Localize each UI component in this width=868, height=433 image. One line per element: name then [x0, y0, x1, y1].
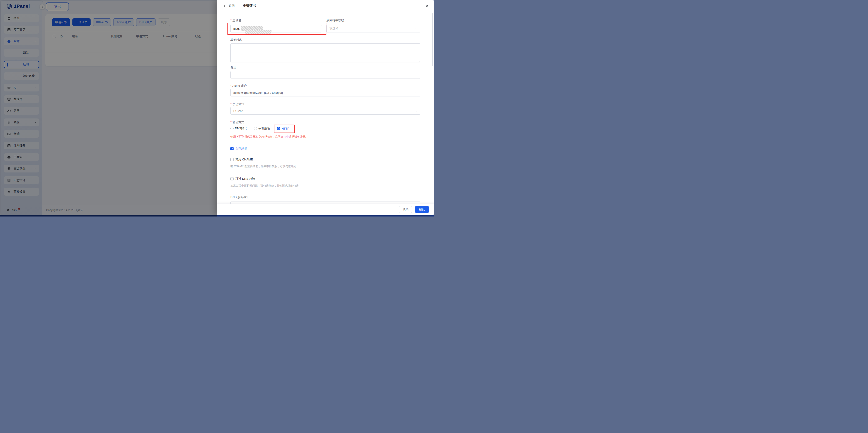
close-icon [425, 4, 429, 8]
drawer-footer: 取消 确认 [217, 204, 434, 215]
other-domains-textarea[interactable] [230, 43, 421, 62]
checkbox [230, 147, 234, 150]
radio-circle [277, 127, 280, 130]
from-website-select[interactable]: 请选择 [327, 25, 421, 32]
from-website-label: 从网站中获取 [327, 19, 344, 22]
http-mode-warning: 使用 HTTP 模式需安装 OpenResty，且不支持申请泛域名证书。 [230, 135, 421, 138]
other-domains-label: 其他域名 [230, 38, 421, 42]
drawer-body: 主域名 从网站中获取 blog.l 请选择 [217, 12, 434, 204]
confirm-button[interactable]: 确认 [415, 206, 429, 213]
drawer-title: 申请证书 [243, 4, 256, 8]
drawer-header: 返回 申请证书 [217, 0, 434, 12]
close-button[interactable] [425, 4, 429, 8]
dns-server-1-label: DNS 服务器1 [230, 195, 421, 199]
drawer-scrollbar[interactable] [432, 13, 433, 66]
acme-account-label: Acme 账户 [230, 84, 421, 88]
radio-dns-account[interactable]: DNS账号 [230, 126, 247, 130]
radio-circle [254, 127, 257, 130]
apply-certificate-drawer: 返回 申请证书 主域名 从网站中获取 blog.l [217, 0, 434, 215]
primary-domain-input[interactable]: blog.l [230, 25, 322, 32]
chevron-down-icon [415, 110, 418, 112]
checkbox [230, 158, 234, 161]
radio-circle [230, 127, 234, 130]
check-icon [231, 148, 233, 150]
back-button[interactable]: 返回 [224, 4, 235, 8]
verify-mode-label: 验证方式 [230, 120, 421, 124]
chevron-down-icon [415, 27, 418, 30]
disable-cname-hint: 有 CNAME 配置的域名，如果申请失败，可以勾选此处 [230, 164, 421, 168]
remark-label: 备注 [230, 66, 421, 70]
remark-input[interactable] [230, 71, 421, 79]
key-algorithm-label: 密钥算法 [230, 102, 421, 106]
dns-server-1-input[interactable] [230, 202, 421, 204]
radio-http[interactable]: HTTP [277, 127, 289, 130]
key-algorithm-select[interactable]: EC 256 [230, 107, 421, 115]
censored-text-mosaic [245, 30, 272, 34]
drawer-overlay-mask[interactable] [0, 0, 217, 216]
auto-renew-checkbox[interactable]: 自动续签 [230, 146, 421, 151]
acme-account-select[interactable]: acme@1paneldev.com [Let's Encrypt] [230, 89, 421, 96]
screen: 1 1Panel 概览 应用商店 网站 [0, 0, 434, 216]
skip-dns-check-checkbox[interactable]: 跳过 DNS 校验 [230, 177, 421, 181]
skip-dns-check-hint: 如果出现申请超时问题，请勾选此处，其他情况请勿勾选 [230, 184, 421, 188]
arrow-left-icon [224, 4, 227, 8]
resize-handle[interactable] [417, 59, 420, 62]
cancel-button[interactable]: 取消 [399, 206, 412, 213]
radio-manual-resolve[interactable]: 手动解析 [254, 126, 270, 130]
chevron-down-icon [415, 91, 418, 94]
disable-cname-checkbox[interactable]: 禁用 CNAME [230, 157, 421, 162]
verify-mode-radio-group: DNS账号 手动解析 HTTP [230, 126, 421, 131]
primary-domain-label: 主域名 [230, 19, 241, 22]
checkbox [230, 177, 234, 180]
